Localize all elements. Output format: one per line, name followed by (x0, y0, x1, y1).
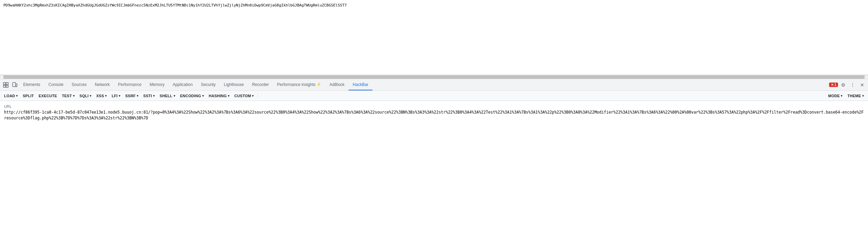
tab-right-icons: ✕ 1 ⚙ ⋮ ✕ (829, 80, 867, 89)
performance-insights-icon: ⚡ (317, 82, 321, 87)
tab-list: Elements Console Sources Network Perform… (19, 79, 829, 90)
tab-hackbar[interactable]: HackBar (349, 79, 372, 90)
tab-security[interactable]: Security (197, 79, 220, 90)
svg-rect-2 (6, 83, 8, 85)
xss-button[interactable]: XSS ▾ (94, 92, 109, 100)
ssti-button[interactable]: SSTI ▾ (141, 92, 157, 100)
scrollbar-thumb[interactable] (3, 75, 865, 79)
svg-rect-0 (3, 83, 5, 85)
tab-network[interactable]: Network (91, 79, 114, 90)
toolbar-divider (258, 93, 258, 99)
close-button[interactable]: ✕ (858, 80, 867, 89)
tab-recorder[interactable]: Recorder (248, 79, 273, 90)
settings-button[interactable]: ⚙ (839, 80, 848, 89)
shell-arrow: ▾ (174, 94, 175, 98)
lfi-arrow: ▾ (119, 94, 120, 98)
theme-arrow: ▾ (862, 94, 864, 98)
url-label: URL (4, 104, 864, 108)
svg-rect-3 (6, 85, 8, 87)
custom-arrow: ▾ (252, 94, 254, 98)
mode-arrow: ▾ (841, 94, 842, 98)
test-arrow: ▾ (73, 94, 75, 98)
tab-performance[interactable]: Performance (114, 79, 146, 90)
svg-rect-4 (13, 83, 16, 87)
load-button[interactable]: LOAD ▾ (2, 92, 20, 100)
tab-console[interactable]: Console (44, 79, 68, 90)
ssrf-button[interactable]: SSRF ▾ (123, 92, 141, 100)
more-button[interactable]: ⋮ (848, 80, 857, 89)
tab-lighthouse[interactable]: Lighthouse (220, 79, 248, 90)
load-arrow: ▾ (16, 94, 18, 98)
sqli-button[interactable]: SQLI ▾ (77, 92, 93, 100)
tab-sources[interactable]: Sources (68, 79, 91, 90)
tab-elements[interactable]: Elements (19, 79, 44, 90)
ssti-arrow: ▾ (153, 94, 155, 98)
shell-button[interactable]: SHELL ▾ (158, 92, 177, 100)
hashing-button[interactable]: HASHING ▾ (207, 92, 232, 100)
error-badge: ✕ 1 (829, 83, 838, 87)
split-button[interactable]: SPLIT (21, 92, 36, 100)
content-text: PD9waHAKY2xhc3MgRmxhZ3sKICAgIHByaXZhdGUg… (3, 3, 865, 8)
horizontal-scrollbar[interactable] (0, 75, 868, 79)
tab-performance-insights[interactable]: Performance insights ⚡ (273, 79, 325, 90)
custom-button[interactable]: CUSTOM ▾ (232, 92, 256, 100)
encoding-button[interactable]: ENCODING ▾ (178, 92, 206, 100)
execute-button[interactable]: EXECUTE (36, 92, 59, 100)
content-area: PD9waHAKY2xhc3MgRmxhZ3sKICAgIHByaXZhdGUg… (0, 0, 868, 75)
xss-arrow: ▾ (105, 94, 107, 98)
encoding-arrow: ▾ (202, 94, 204, 98)
device-toggle-icon[interactable] (10, 80, 19, 89)
hashing-arrow: ▾ (228, 94, 230, 98)
url-area: URL http://cf86f395-1ca0-4c17-be5d-87c04… (0, 101, 868, 125)
tab-adblock[interactable]: AdBlock (325, 79, 349, 90)
inspect-icon[interactable] (1, 80, 10, 89)
lfi-button[interactable]: LFI ▾ (109, 92, 122, 100)
tab-application[interactable]: Application (168, 79, 197, 90)
devtools-tab-bar: Elements Console Sources Network Perform… (0, 79, 868, 91)
tab-memory[interactable]: Memory (146, 79, 168, 90)
test-button[interactable]: TEST ▾ (60, 92, 77, 100)
hackbar-toolbar: LOAD ▾ SPLIT EXECUTE TEST ▾ SQLI ▾ XSS ▾… (0, 91, 868, 101)
svg-rect-5 (16, 84, 17, 87)
svg-rect-1 (3, 85, 5, 87)
theme-button[interactable]: THEME ▾ (845, 92, 866, 100)
mode-button[interactable]: MODE ▾ (826, 92, 845, 100)
ssrf-arrow: ▾ (137, 94, 138, 98)
url-text: http://cf86f395-1ca0-4c17-be5d-87c047ee1… (4, 109, 864, 121)
sqli-arrow: ▾ (90, 94, 91, 98)
